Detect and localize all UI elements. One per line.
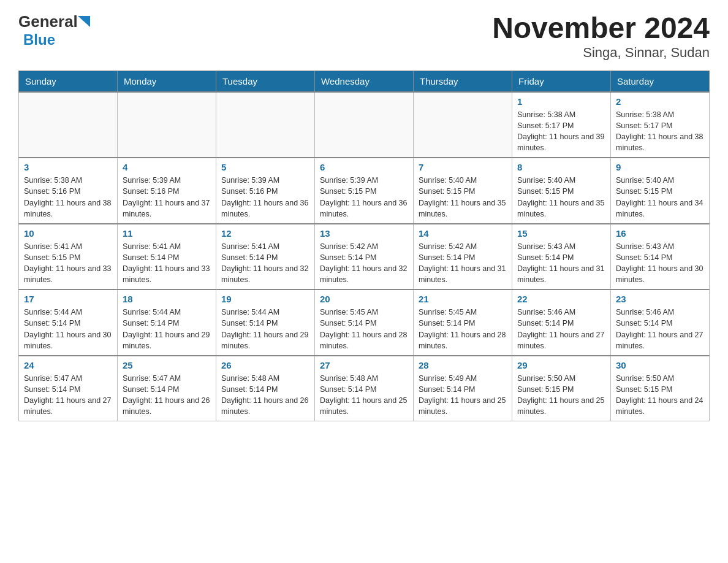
day-number: 13 — [320, 228, 408, 239]
calendar-cell: 21Sunrise: 5:45 AM Sunset: 5:14 PM Dayli… — [414, 289, 512, 356]
day-number: 17 — [24, 294, 112, 304]
day-number: 26 — [221, 360, 309, 370]
day-of-week-header: Thursday — [414, 71, 512, 92]
day-number: 29 — [517, 360, 605, 370]
day-info: Sunrise: 5:45 AM Sunset: 5:14 PM Dayligh… — [320, 307, 408, 351]
day-info: Sunrise: 5:38 AM Sunset: 5:16 PM Dayligh… — [24, 175, 112, 220]
calendar-cell: 26Sunrise: 5:48 AM Sunset: 5:14 PM Dayli… — [216, 356, 315, 421]
day-info: Sunrise: 5:41 AM Sunset: 5:14 PM Dayligh… — [221, 241, 309, 286]
calendar-week-row: 17Sunrise: 5:44 AM Sunset: 5:14 PM Dayli… — [19, 289, 710, 356]
day-number: 25 — [123, 360, 211, 370]
calendar-cell: 30Sunrise: 5:50 AM Sunset: 5:15 PM Dayli… — [611, 356, 710, 421]
day-number: 20 — [320, 294, 408, 304]
day-info: Sunrise: 5:40 AM Sunset: 5:15 PM Dayligh… — [419, 175, 507, 220]
calendar-cell: 15Sunrise: 5:43 AM Sunset: 5:14 PM Dayli… — [512, 224, 611, 290]
day-info: Sunrise: 5:38 AM Sunset: 5:17 PM Dayligh… — [616, 109, 704, 154]
day-info: Sunrise: 5:42 AM Sunset: 5:14 PM Dayligh… — [419, 241, 507, 286]
calendar-cell: 19Sunrise: 5:44 AM Sunset: 5:14 PM Dayli… — [216, 289, 315, 356]
calendar-cell: 4Sunrise: 5:39 AM Sunset: 5:16 PM Daylig… — [118, 158, 216, 224]
logo-blue-text: Blue — [23, 31, 55, 48]
day-info: Sunrise: 5:49 AM Sunset: 5:14 PM Dayligh… — [419, 373, 507, 418]
calendar-week-row: 24Sunrise: 5:47 AM Sunset: 5:14 PM Dayli… — [19, 356, 710, 421]
calendar-cell: 10Sunrise: 5:41 AM Sunset: 5:15 PM Dayli… — [19, 224, 118, 290]
calendar-cell: 25Sunrise: 5:47 AM Sunset: 5:14 PM Dayli… — [118, 356, 216, 421]
day-of-week-header: Saturday — [611, 71, 710, 92]
calendar-cell: 16Sunrise: 5:43 AM Sunset: 5:14 PM Dayli… — [611, 224, 710, 290]
calendar-cell: 5Sunrise: 5:39 AM Sunset: 5:16 PM Daylig… — [216, 158, 315, 224]
day-number: 4 — [123, 162, 211, 172]
day-info: Sunrise: 5:40 AM Sunset: 5:15 PM Dayligh… — [616, 175, 704, 220]
day-number: 2 — [616, 96, 704, 107]
day-number: 3 — [24, 162, 112, 172]
day-info: Sunrise: 5:43 AM Sunset: 5:14 PM Dayligh… — [616, 241, 704, 286]
day-number: 22 — [517, 294, 605, 304]
day-info: Sunrise: 5:45 AM Sunset: 5:14 PM Dayligh… — [419, 307, 507, 351]
calendar-cell: 2Sunrise: 5:38 AM Sunset: 5:17 PM Daylig… — [611, 92, 710, 158]
calendar-cell: 24Sunrise: 5:47 AM Sunset: 5:14 PM Dayli… — [19, 356, 118, 421]
calendar-cell — [315, 92, 414, 158]
day-of-week-header: Wednesday — [315, 71, 414, 92]
calendar-cell: 17Sunrise: 5:44 AM Sunset: 5:14 PM Dayli… — [19, 289, 118, 356]
day-of-week-header: Tuesday — [216, 71, 315, 92]
day-info: Sunrise: 5:42 AM Sunset: 5:14 PM Dayligh… — [320, 241, 408, 286]
logo-general-text: General — [18, 12, 78, 31]
day-info: Sunrise: 5:48 AM Sunset: 5:14 PM Dayligh… — [221, 373, 309, 418]
calendar-cell: 27Sunrise: 5:48 AM Sunset: 5:14 PM Dayli… — [315, 356, 414, 421]
day-info: Sunrise: 5:48 AM Sunset: 5:14 PM Dayligh… — [320, 373, 408, 418]
day-info: Sunrise: 5:39 AM Sunset: 5:16 PM Dayligh… — [221, 175, 309, 220]
calendar-cell: 1Sunrise: 5:38 AM Sunset: 5:17 PM Daylig… — [512, 92, 611, 158]
day-info: Sunrise: 5:39 AM Sunset: 5:15 PM Dayligh… — [320, 175, 408, 220]
calendar-cell: 28Sunrise: 5:49 AM Sunset: 5:14 PM Dayli… — [414, 356, 512, 421]
day-info: Sunrise: 5:46 AM Sunset: 5:14 PM Dayligh… — [517, 307, 605, 351]
calendar-cell — [414, 92, 512, 158]
calendar-table: SundayMondayTuesdayWednesdayThursdayFrid… — [18, 71, 710, 422]
day-info: Sunrise: 5:41 AM Sunset: 5:15 PM Dayligh… — [24, 241, 112, 286]
day-number: 14 — [419, 228, 507, 239]
calendar-week-row: 3Sunrise: 5:38 AM Sunset: 5:16 PM Daylig… — [19, 158, 710, 224]
calendar-cell: 11Sunrise: 5:41 AM Sunset: 5:14 PM Dayli… — [118, 224, 216, 290]
calendar-cell: 9Sunrise: 5:40 AM Sunset: 5:15 PM Daylig… — [611, 158, 710, 224]
day-info: Sunrise: 5:44 AM Sunset: 5:14 PM Dayligh… — [221, 307, 309, 351]
day-info: Sunrise: 5:39 AM Sunset: 5:16 PM Dayligh… — [123, 175, 211, 220]
day-number: 21 — [419, 294, 507, 304]
day-of-week-header: Monday — [118, 71, 216, 92]
day-number: 12 — [221, 228, 309, 239]
calendar-cell: 13Sunrise: 5:42 AM Sunset: 5:14 PM Dayli… — [315, 224, 414, 290]
day-number: 27 — [320, 360, 408, 370]
day-info: Sunrise: 5:47 AM Sunset: 5:14 PM Dayligh… — [24, 373, 112, 418]
calendar-header-row: SundayMondayTuesdayWednesdayThursdayFrid… — [19, 71, 710, 92]
calendar-cell: 8Sunrise: 5:40 AM Sunset: 5:15 PM Daylig… — [512, 158, 611, 224]
day-number: 6 — [320, 162, 408, 172]
calendar-cell: 14Sunrise: 5:42 AM Sunset: 5:14 PM Dayli… — [414, 224, 512, 290]
day-number: 24 — [24, 360, 112, 370]
day-number: 23 — [616, 294, 704, 304]
page-title: November 2024 — [492, 12, 710, 45]
day-number: 11 — [123, 228, 211, 239]
day-info: Sunrise: 5:50 AM Sunset: 5:15 PM Dayligh… — [616, 373, 704, 418]
svg-marker-0 — [78, 16, 90, 27]
calendar-cell — [216, 92, 315, 158]
calendar-cell: 7Sunrise: 5:40 AM Sunset: 5:15 PM Daylig… — [414, 158, 512, 224]
day-of-week-header: Sunday — [19, 71, 118, 92]
calendar-cell: 3Sunrise: 5:38 AM Sunset: 5:16 PM Daylig… — [19, 158, 118, 224]
page-subtitle: Singa, Sinnar, Sudan — [492, 45, 710, 61]
page-header: General Blue November 2024 Singa, Sinnar… — [18, 12, 710, 61]
calendar-cell: 23Sunrise: 5:46 AM Sunset: 5:14 PM Dayli… — [611, 289, 710, 356]
day-number: 19 — [221, 294, 309, 304]
calendar-cell: 22Sunrise: 5:46 AM Sunset: 5:14 PM Dayli… — [512, 289, 611, 356]
day-info: Sunrise: 5:38 AM Sunset: 5:17 PM Dayligh… — [517, 109, 605, 154]
calendar-week-row: 10Sunrise: 5:41 AM Sunset: 5:15 PM Dayli… — [19, 224, 710, 290]
day-number: 10 — [24, 228, 112, 239]
calendar-cell: 12Sunrise: 5:41 AM Sunset: 5:14 PM Dayli… — [216, 224, 315, 290]
day-info: Sunrise: 5:44 AM Sunset: 5:14 PM Dayligh… — [123, 307, 211, 351]
day-of-week-header: Friday — [512, 71, 611, 92]
day-number: 9 — [616, 162, 704, 172]
calendar-cell: 6Sunrise: 5:39 AM Sunset: 5:15 PM Daylig… — [315, 158, 414, 224]
day-number: 7 — [419, 162, 507, 172]
day-number: 16 — [616, 228, 704, 239]
day-info: Sunrise: 5:46 AM Sunset: 5:14 PM Dayligh… — [616, 307, 704, 351]
day-number: 5 — [221, 162, 309, 172]
day-number: 8 — [517, 162, 605, 172]
day-number: 30 — [616, 360, 704, 370]
day-number: 1 — [517, 96, 605, 107]
